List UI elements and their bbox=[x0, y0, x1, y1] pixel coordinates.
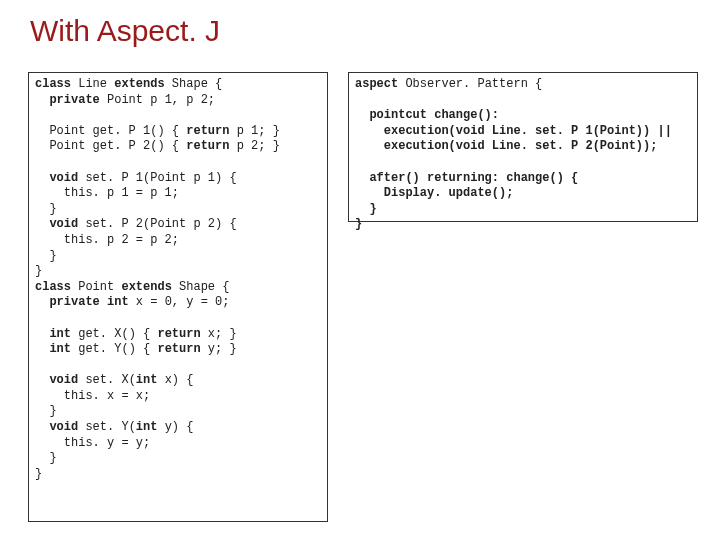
code-token: this. p 2 = p 2; bbox=[35, 233, 179, 247]
code-token: this. p 1 = p 1; bbox=[35, 186, 179, 200]
code-token: x = 0, y = 0; bbox=[136, 295, 230, 309]
code-token: x) { bbox=[157, 373, 193, 387]
code-token: get. Y() { bbox=[78, 342, 157, 356]
code-token: void bbox=[35, 373, 85, 387]
code-token: } bbox=[355, 202, 377, 216]
code-token: int bbox=[136, 420, 158, 434]
code-token: p 2; } bbox=[229, 139, 279, 153]
code-token: Point get. P 1() { bbox=[35, 124, 186, 138]
slide: With Aspect. J class Line extends Shape … bbox=[0, 0, 720, 540]
code-token: extends bbox=[114, 77, 172, 91]
code-token: Point p 1, p 2; bbox=[107, 93, 215, 107]
code-box-right: aspect Observer. Pattern { pointcut chan… bbox=[348, 72, 698, 222]
code-token: p 1; } bbox=[229, 124, 279, 138]
code-token: get. X() { bbox=[78, 327, 157, 341]
code-token: pointcut change(): bbox=[355, 108, 499, 122]
code-token: execution(void Line. set. P 1(Point)) || bbox=[355, 124, 672, 138]
code-token: return bbox=[186, 139, 229, 153]
code-token: set. X( bbox=[85, 373, 135, 387]
code-token: Point bbox=[78, 280, 121, 294]
code-token: execution(void Line. set. P 2(Point)); bbox=[355, 139, 657, 153]
code-token: Shape { bbox=[179, 280, 229, 294]
code-token: } bbox=[35, 249, 57, 263]
code-token: private int bbox=[35, 295, 136, 309]
code-token: void bbox=[35, 171, 85, 185]
code-token: set. P 2(Point p 2) { bbox=[85, 217, 236, 231]
code-token: extends bbox=[121, 280, 179, 294]
code-token: aspect bbox=[355, 77, 398, 91]
code-token: this. x = x; bbox=[35, 389, 150, 403]
code-token: } bbox=[35, 451, 57, 465]
code-token: Shape { bbox=[172, 77, 230, 91]
code-token: } bbox=[35, 264, 42, 278]
code-token: y; } bbox=[201, 342, 237, 356]
code-token: y) { bbox=[157, 420, 193, 434]
code-token: Observer. Pattern { bbox=[398, 77, 542, 91]
code-token: set. P 1(Point p 1) { bbox=[85, 171, 236, 185]
code-token: Display. update(); bbox=[355, 186, 513, 200]
code-token: x; } bbox=[201, 327, 237, 341]
code-token: after() returning: change() { bbox=[355, 171, 578, 185]
code-token: int bbox=[136, 373, 158, 387]
code-token: set. Y( bbox=[85, 420, 135, 434]
code-token: this. y = y; bbox=[35, 436, 150, 450]
code-token: return bbox=[157, 342, 200, 356]
code-token: private bbox=[35, 93, 107, 107]
code-token: } bbox=[35, 467, 42, 481]
code-token: } bbox=[35, 202, 57, 216]
code-token: class bbox=[35, 77, 78, 91]
code-token: int bbox=[35, 342, 78, 356]
code-token: return bbox=[186, 124, 229, 138]
code-token: void bbox=[35, 420, 85, 434]
code-token: class bbox=[35, 280, 78, 294]
code-token: void bbox=[35, 217, 85, 231]
code-token: int bbox=[35, 327, 78, 341]
code-box-left: class Line extends Shape { private Point… bbox=[28, 72, 328, 522]
code-token: } bbox=[35, 404, 57, 418]
code-token: } bbox=[355, 217, 362, 231]
code-token: Line bbox=[78, 77, 114, 91]
code-token: Point get. P 2() { bbox=[35, 139, 186, 153]
code-token: return bbox=[157, 327, 200, 341]
slide-title: With Aspect. J bbox=[30, 14, 220, 48]
